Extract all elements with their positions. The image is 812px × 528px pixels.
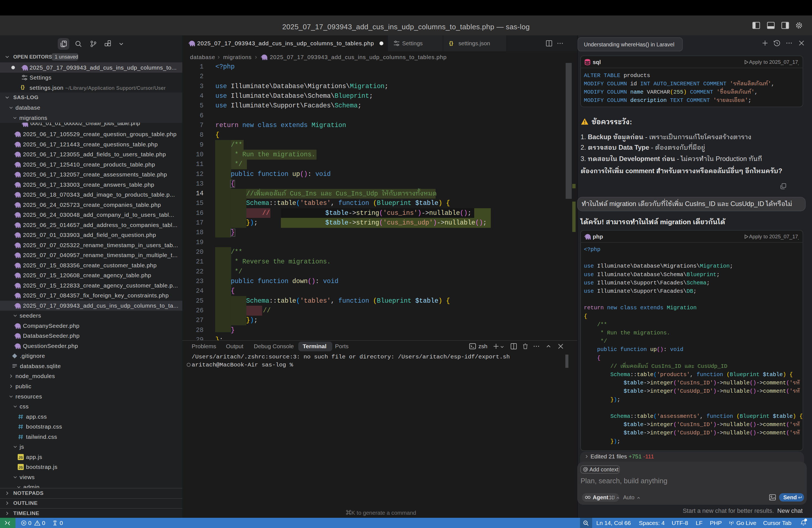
svg-text:JS: JS: [18, 455, 23, 459]
svg-text:JS: JS: [18, 465, 23, 469]
